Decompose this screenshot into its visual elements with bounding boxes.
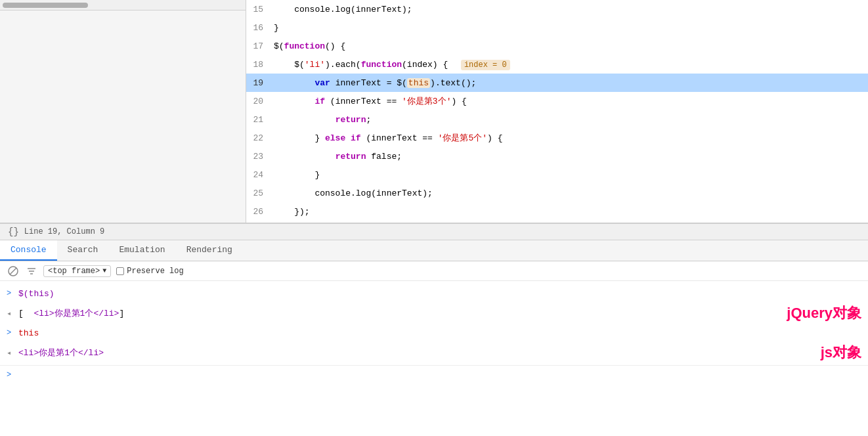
line-content-17: $(function() { bbox=[270, 41, 868, 51]
line-content-26: }); bbox=[270, 207, 868, 217]
console-area: Console Search Emulation Rendering bbox=[0, 240, 868, 436]
code-line-24: 24 } bbox=[246, 165, 868, 184]
console-input-1: $(this) bbox=[18, 289, 861, 299]
prompt-arrow-icon: > bbox=[7, 370, 18, 380]
console-output: > $(this) ◂ [ <li>你是第1个</li>] jQuery对象 >… bbox=[0, 281, 868, 436]
console-row-3: > this bbox=[0, 323, 868, 343]
line-num-21: 21 bbox=[246, 115, 270, 125]
code-line-21: 21 return; bbox=[246, 110, 868, 129]
line-content-24: } bbox=[270, 170, 868, 180]
console-input-3: this bbox=[18, 328, 861, 338]
code-line-16: 16 } bbox=[246, 18, 868, 37]
line-content-20: if (innerText == '你是第3个') { bbox=[270, 95, 868, 107]
top-frame-selector[interactable]: <top frame> ▼ bbox=[43, 265, 111, 277]
js-annotation: js对象 bbox=[821, 343, 861, 362]
code-line-25: 25 console.log(innerText); bbox=[246, 184, 868, 202]
console-row-1: > $(this) bbox=[0, 284, 868, 303]
app-container: 15 console.log(innerText); 16 } 17 $(fun… bbox=[0, 0, 868, 436]
svg-line-1 bbox=[10, 268, 16, 274]
arrow-left-2: ◂ bbox=[7, 309, 18, 318]
line-num-17: 17 bbox=[246, 41, 270, 51]
horizontal-scrollbar[interactable] bbox=[3, 3, 88, 8]
line-num-22: 22 bbox=[246, 133, 270, 143]
scrollbar-area[interactable] bbox=[0, 0, 246, 11]
console-prompt-row: > bbox=[0, 365, 868, 383]
line-num-16: 16 bbox=[246, 23, 270, 33]
code-line-15: 15 console.log(innerText); bbox=[246, 0, 868, 18]
line-num-24: 24 bbox=[246, 170, 270, 180]
jquery-annotation: jQuery对象 bbox=[787, 303, 861, 323]
console-tabs: Console Search Emulation Rendering bbox=[0, 240, 868, 261]
line-num-25: 25 bbox=[246, 188, 270, 198]
status-bar: {} Line 19, Column 9 bbox=[0, 223, 868, 240]
code-line-27: 27 .. bbox=[246, 221, 868, 223]
code-line-18: 18 $('li').each(function(index) { index … bbox=[246, 55, 868, 74]
line-num-18: 18 bbox=[246, 60, 270, 70]
line-num-20: 20 bbox=[246, 97, 270, 106]
editor-area: 15 console.log(innerText); 16 } 17 $(fun… bbox=[0, 0, 868, 223]
code-line-23: 23 return false; bbox=[246, 147, 868, 165]
status-text: Line 19, Column 9 bbox=[24, 227, 104, 236]
top-frame-label: <top frame> bbox=[48, 267, 100, 276]
code-line-22: 22 } else if (innerText == '你是第5个') { bbox=[246, 129, 868, 147]
console-row-2: ◂ [ <li>你是第1个</li>] jQuery对象 bbox=[0, 303, 868, 323]
left-panel bbox=[0, 0, 246, 223]
tab-emulation[interactable]: Emulation bbox=[108, 240, 175, 261]
console-row-4: ◂ <li>你是第1个</li> js对象 bbox=[0, 343, 868, 362]
line-content-15: console.log(innerText); bbox=[270, 5, 868, 14]
index-badge: index = 0 bbox=[461, 60, 510, 70]
clear-console-icon[interactable] bbox=[7, 265, 20, 278]
tab-rendering[interactable]: Rendering bbox=[176, 240, 243, 261]
line-num-26: 26 bbox=[246, 207, 270, 217]
filter-icon[interactable] bbox=[25, 265, 38, 278]
code-line-17: 17 $(function() { bbox=[246, 37, 868, 55]
code-lines: 15 console.log(innerText); 16 } 17 $(fun… bbox=[246, 0, 868, 223]
line-content-16: } bbox=[270, 23, 868, 33]
console-output-4: <li>你是第1个</li> bbox=[18, 347, 781, 359]
arrow-left-4: ◂ bbox=[7, 348, 18, 358]
console-output-2: [ <li>你是第1个</li>] bbox=[18, 307, 747, 319]
code-line-20: 20 if (innerText == '你是第3个') { bbox=[246, 92, 868, 110]
line-content-25: console.log(innerText); bbox=[270, 188, 868, 198]
console-toolbar: <top frame> ▼ Preserve log bbox=[0, 261, 868, 281]
preserve-log-label: Preserve log bbox=[127, 267, 183, 276]
dropdown-arrow-icon: ▼ bbox=[102, 267, 106, 274]
line-num-19: 19 bbox=[246, 78, 270, 88]
line-content-21: return; bbox=[270, 115, 868, 125]
tab-console[interactable]: Console bbox=[0, 240, 57, 261]
tab-search[interactable]: Search bbox=[57, 240, 109, 261]
preserve-log-checkbox[interactable] bbox=[116, 267, 124, 275]
code-panel: 15 console.log(innerText); 16 } 17 $(fun… bbox=[246, 0, 868, 223]
line-content-19: var innerText = $(this).text(); bbox=[270, 78, 868, 88]
braces-icon: {} bbox=[8, 227, 19, 237]
line-content-22: } else if (innerText == '你是第5个') { bbox=[270, 132, 868, 144]
line-num-15: 15 bbox=[246, 5, 270, 14]
line-content-18: $('li').each(function(index) { index = 0 bbox=[270, 60, 868, 70]
line-content-23: return false; bbox=[270, 152, 868, 162]
preserve-log-control[interactable]: Preserve log bbox=[116, 267, 183, 276]
code-line-19[interactable]: 19 var innerText = $(this).text(); bbox=[246, 74, 868, 92]
arrow-right-3: > bbox=[7, 328, 18, 338]
line-num-23: 23 bbox=[246, 152, 270, 162]
code-line-26: 26 }); bbox=[246, 202, 868, 221]
arrow-right-1: > bbox=[7, 289, 18, 298]
